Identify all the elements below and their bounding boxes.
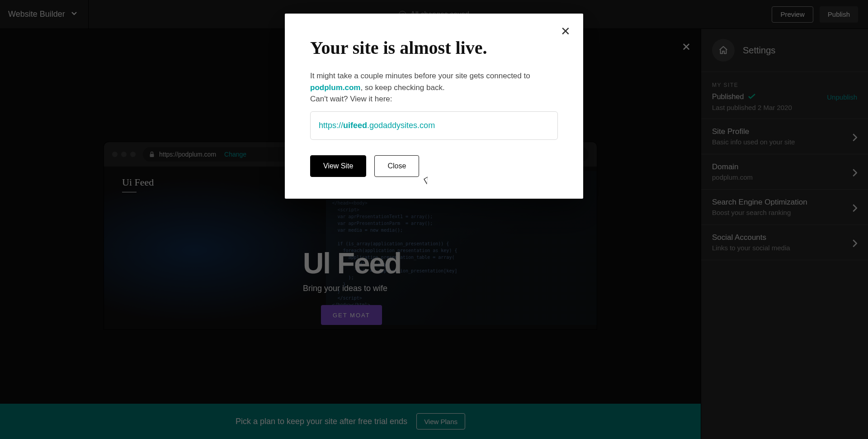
modal-body-before: It might take a couple minutes before yo… xyxy=(310,72,530,80)
temp-url-suffix: .godaddysites.com xyxy=(367,121,435,130)
temp-url-bold: uifeed xyxy=(343,121,367,130)
modal-body-after: , so keep checking back. xyxy=(360,83,444,92)
temp-url-prefix: https:// xyxy=(319,121,343,130)
modal-domain-link[interactable]: podplum.com xyxy=(310,83,360,92)
modal-cant-wait: Can't wait? View it here: xyxy=(310,93,558,105)
temp-url-box[interactable]: https://uifeed.godaddysites.com xyxy=(310,111,558,140)
cursor-icon xyxy=(425,177,431,186)
modal-overlay[interactable]: ✕ Your site is almost live. It might tak… xyxy=(0,0,868,439)
close-modal-button[interactable]: ✕ xyxy=(561,25,571,37)
modal-body: It might take a couple minutes before yo… xyxy=(310,70,558,93)
modal-title: Your site is almost live. xyxy=(310,37,558,58)
close-button[interactable]: Close xyxy=(374,155,419,177)
almost-live-modal: ✕ Your site is almost live. It might tak… xyxy=(285,14,583,199)
modal-actions: View Site Close xyxy=(310,155,558,177)
view-site-button[interactable]: View Site xyxy=(310,155,366,177)
